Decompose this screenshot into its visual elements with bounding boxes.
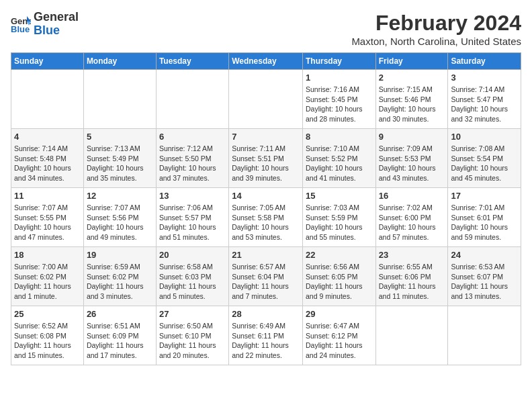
calendar-cell: 13Sunrise: 7:06 AM Sunset: 5:57 PM Dayli…: [156, 188, 228, 247]
day-number: 26: [87, 309, 153, 319]
day-number: 27: [159, 309, 226, 319]
calendar-cell: [375, 306, 448, 365]
day-header: Monday: [83, 53, 156, 70]
calendar-cell: 29Sunrise: 6:47 AM Sunset: 6:12 PM Dayli…: [302, 306, 375, 365]
day-info: Sunrise: 7:06 AM Sunset: 5:57 PM Dayligh…: [159, 203, 226, 242]
day-header: Friday: [375, 53, 448, 70]
calendar-cell: 16Sunrise: 7:02 AM Sunset: 6:00 PM Dayli…: [375, 188, 448, 247]
day-number: 22: [306, 250, 373, 260]
day-info: Sunrise: 6:53 AM Sunset: 6:07 PM Dayligh…: [451, 262, 518, 302]
day-header: Saturday: [448, 53, 521, 70]
calendar-cell: 5Sunrise: 7:13 AM Sunset: 5:49 PM Daylig…: [83, 129, 156, 188]
day-info: Sunrise: 7:12 AM Sunset: 5:50 PM Dayligh…: [159, 144, 226, 183]
logo: General Blue General Blue: [11, 11, 79, 38]
day-number: 20: [159, 250, 226, 260]
calendar-cell: [229, 70, 303, 129]
day-info: Sunrise: 6:52 AM Sunset: 6:08 PM Dayligh…: [14, 321, 81, 361]
day-info: Sunrise: 7:01 AM Sunset: 6:01 PM Dayligh…: [451, 203, 518, 242]
calendar-cell: 2Sunrise: 7:15 AM Sunset: 5:46 PM Daylig…: [375, 70, 448, 129]
calendar-table: SundayMondayTuesdayWednesdayThursdayFrid…: [11, 52, 521, 365]
day-number: 25: [14, 309, 81, 319]
day-info: Sunrise: 6:56 AM Sunset: 6:05 PM Dayligh…: [306, 262, 373, 302]
calendar-cell: 9Sunrise: 7:09 AM Sunset: 5:53 PM Daylig…: [375, 129, 448, 188]
day-number: 5: [87, 132, 153, 142]
day-number: 17: [451, 191, 518, 201]
day-number: 28: [232, 309, 300, 319]
calendar-cell: 21Sunrise: 6:57 AM Sunset: 6:04 PM Dayli…: [229, 247, 303, 306]
calendar-cell: 12Sunrise: 7:07 AM Sunset: 5:56 PM Dayli…: [83, 188, 156, 247]
calendar-cell: 8Sunrise: 7:10 AM Sunset: 5:52 PM Daylig…: [302, 129, 375, 188]
day-info: Sunrise: 6:57 AM Sunset: 6:04 PM Dayligh…: [232, 262, 300, 302]
calendar-cell: 20Sunrise: 6:58 AM Sunset: 6:03 PM Dayli…: [156, 247, 228, 306]
day-info: Sunrise: 7:15 AM Sunset: 5:46 PM Dayligh…: [379, 85, 445, 124]
day-info: Sunrise: 7:09 AM Sunset: 5:53 PM Dayligh…: [379, 144, 445, 183]
calendar-cell: 7Sunrise: 7:11 AM Sunset: 5:51 PM Daylig…: [229, 129, 303, 188]
calendar-cell: 27Sunrise: 6:50 AM Sunset: 6:10 PM Dayli…: [156, 306, 228, 365]
day-number: 14: [232, 191, 300, 201]
calendar-cell: [11, 70, 84, 129]
day-number: 23: [379, 250, 445, 260]
calendar-cell: 23Sunrise: 6:55 AM Sunset: 6:06 PM Dayli…: [375, 247, 448, 306]
logo-icon: General Blue: [11, 15, 31, 34]
calendar-cell: 3Sunrise: 7:14 AM Sunset: 5:47 PM Daylig…: [448, 70, 521, 129]
day-info: Sunrise: 6:59 AM Sunset: 6:02 PM Dayligh…: [87, 262, 153, 302]
day-info: Sunrise: 7:08 AM Sunset: 5:54 PM Dayligh…: [451, 144, 518, 183]
day-info: Sunrise: 6:50 AM Sunset: 6:10 PM Dayligh…: [159, 321, 226, 361]
day-number: 3: [451, 73, 518, 83]
day-info: Sunrise: 7:14 AM Sunset: 5:47 PM Dayligh…: [451, 85, 518, 124]
day-number: 15: [306, 191, 373, 201]
page-subtitle: Maxton, North Carolina, United States: [351, 36, 521, 47]
calendar-cell: [156, 70, 228, 129]
logo-line2: Blue: [34, 24, 60, 37]
day-number: 1: [306, 73, 373, 83]
day-info: Sunrise: 7:05 AM Sunset: 5:58 PM Dayligh…: [232, 203, 300, 242]
calendar-cell: 26Sunrise: 6:51 AM Sunset: 6:09 PM Dayli…: [83, 306, 156, 365]
day-number: 2: [379, 73, 445, 83]
day-header: Wednesday: [229, 53, 303, 70]
day-info: Sunrise: 7:16 AM Sunset: 5:45 PM Dayligh…: [306, 85, 373, 124]
day-info: Sunrise: 6:58 AM Sunset: 6:03 PM Dayligh…: [159, 262, 226, 302]
page-title: February 2024: [351, 11, 521, 36]
day-number: 9: [379, 132, 445, 142]
calendar-cell: 4Sunrise: 7:14 AM Sunset: 5:48 PM Daylig…: [11, 129, 84, 188]
calendar-cell: 24Sunrise: 6:53 AM Sunset: 6:07 PM Dayli…: [448, 247, 521, 306]
calendar-cell: 19Sunrise: 6:59 AM Sunset: 6:02 PM Dayli…: [83, 247, 156, 306]
day-number: 12: [87, 191, 153, 201]
logo-line1: General: [34, 10, 79, 24]
calendar-cell: 28Sunrise: 6:49 AM Sunset: 6:11 PM Dayli…: [229, 306, 303, 365]
day-header: Thursday: [302, 53, 375, 70]
calendar-cell: [448, 306, 521, 365]
calendar-cell: 1Sunrise: 7:16 AM Sunset: 5:45 PM Daylig…: [302, 70, 375, 129]
calendar-cell: [83, 70, 156, 129]
day-number: 4: [14, 132, 81, 142]
day-number: 19: [87, 250, 153, 260]
svg-text:Blue: Blue: [11, 24, 30, 34]
day-info: Sunrise: 7:13 AM Sunset: 5:49 PM Dayligh…: [87, 144, 153, 183]
day-number: 11: [14, 191, 81, 201]
day-number: 8: [306, 132, 373, 142]
day-info: Sunrise: 6:49 AM Sunset: 6:11 PM Dayligh…: [232, 321, 300, 361]
day-number: 29: [306, 309, 373, 319]
day-header: Sunday: [11, 53, 84, 70]
day-info: Sunrise: 7:07 AM Sunset: 5:55 PM Dayligh…: [14, 203, 81, 242]
calendar-cell: 18Sunrise: 7:00 AM Sunset: 6:02 PM Dayli…: [11, 247, 84, 306]
day-info: Sunrise: 7:11 AM Sunset: 5:51 PM Dayligh…: [232, 144, 300, 183]
day-number: 6: [159, 132, 226, 142]
day-number: 18: [14, 250, 81, 260]
day-info: Sunrise: 7:07 AM Sunset: 5:56 PM Dayligh…: [87, 203, 153, 242]
calendar-cell: 14Sunrise: 7:05 AM Sunset: 5:58 PM Dayli…: [229, 188, 303, 247]
day-info: Sunrise: 6:51 AM Sunset: 6:09 PM Dayligh…: [87, 321, 153, 361]
page-header: General Blue General Blue February 2024 …: [11, 11, 521, 47]
calendar-cell: 10Sunrise: 7:08 AM Sunset: 5:54 PM Dayli…: [448, 129, 521, 188]
title-block: February 2024 Maxton, North Carolina, Un…: [351, 11, 521, 47]
day-info: Sunrise: 7:03 AM Sunset: 5:59 PM Dayligh…: [306, 203, 373, 242]
day-number: 13: [159, 191, 226, 201]
day-number: 21: [232, 250, 300, 260]
day-number: 7: [232, 132, 300, 142]
day-info: Sunrise: 6:47 AM Sunset: 6:12 PM Dayligh…: [306, 321, 373, 361]
calendar-cell: 11Sunrise: 7:07 AM Sunset: 5:55 PM Dayli…: [11, 188, 84, 247]
day-info: Sunrise: 7:14 AM Sunset: 5:48 PM Dayligh…: [14, 144, 81, 183]
day-number: 16: [379, 191, 445, 201]
day-header: Tuesday: [156, 53, 228, 70]
calendar-cell: 17Sunrise: 7:01 AM Sunset: 6:01 PM Dayli…: [448, 188, 521, 247]
